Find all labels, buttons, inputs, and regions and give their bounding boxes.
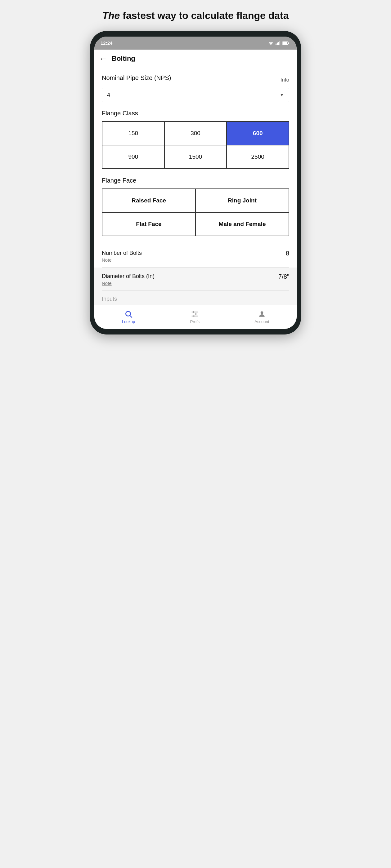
- number-of-bolts-value: 8: [286, 250, 289, 257]
- lookup-icon: [124, 310, 133, 318]
- flange-face-flat[interactable]: Flat Face: [102, 212, 196, 236]
- status-icons: [268, 41, 289, 45]
- results-area: Number of Bolts Note 8: [94, 244, 297, 268]
- nps-dropdown[interactable]: 4 ▼: [102, 88, 289, 102]
- account-tab-label: Account: [254, 319, 269, 324]
- svg-rect-5: [288, 42, 289, 44]
- flange-class-900[interactable]: 900: [102, 145, 165, 168]
- phone-shell: 12:24: [90, 31, 301, 335]
- nps-label: Nominal Pipe Size (NPS): [102, 74, 171, 82]
- svg-point-13: [195, 313, 196, 314]
- nps-section: Nominal Pipe Size (NPS) Info 4 ▼: [102, 74, 289, 102]
- flange-face-grid: Raised Face Ring Joint Flat Face Male an…: [102, 188, 289, 236]
- page-tagline: The fastest way to calculate flange data: [90, 6, 301, 22]
- dropdown-arrow-icon: ▼: [280, 92, 284, 97]
- diameter-of-bolts-value: 7/8": [278, 273, 289, 280]
- nav-tab-account[interactable]: Account: [254, 310, 269, 324]
- diameter-of-bolts-row: Diameter of Bolts (In) Note 7/8": [102, 268, 289, 291]
- flange-class-label: Flange Class: [102, 110, 289, 117]
- phone-screen: 12:24: [94, 37, 297, 329]
- diameter-of-bolts-label: Diameter of Bolts (In): [102, 273, 278, 280]
- flange-face-section: Flange Face Raised Face Ring Joint Flat …: [102, 177, 289, 236]
- flange-class-1500[interactable]: 1500: [165, 145, 227, 168]
- number-of-bolts-note[interactable]: Note: [102, 257, 112, 262]
- flange-class-2500[interactable]: 2500: [226, 145, 289, 168]
- svg-rect-6: [283, 42, 287, 44]
- flange-class-300[interactable]: 300: [165, 122, 227, 145]
- svg-rect-1: [277, 42, 278, 45]
- nps-info-link[interactable]: Info: [281, 77, 289, 83]
- diameter-of-bolts-note[interactable]: Note: [102, 281, 112, 286]
- signal-icon: [276, 41, 281, 45]
- wifi-icon: [268, 41, 274, 45]
- flange-class-600[interactable]: 600: [226, 122, 289, 145]
- svg-point-12: [193, 311, 194, 312]
- prefs-tab-label: Prefs: [190, 319, 199, 324]
- svg-point-15: [260, 311, 263, 314]
- top-nav: ← Bolting: [94, 50, 297, 68]
- svg-point-14: [193, 315, 194, 316]
- content-area: Nominal Pipe Size (NPS) Info 4 ▼ Flange …: [94, 68, 297, 236]
- page-title: Bolting: [112, 55, 135, 63]
- battery-icon: [282, 41, 289, 45]
- flange-face-ring[interactable]: Ring Joint: [196, 189, 289, 212]
- svg-rect-2: [278, 42, 279, 45]
- svg-rect-0: [276, 43, 277, 45]
- flange-class-section: Flange Class 150 300 600 900 1500 2500: [102, 110, 289, 169]
- number-of-bolts-row: Number of Bolts Note 8: [102, 244, 289, 268]
- svg-line-8: [130, 315, 132, 317]
- tagline-italic: The: [102, 10, 120, 21]
- flange-face-male-female[interactable]: Male and Female: [196, 212, 289, 236]
- diameter-row-container: Diameter of Bolts (In) Note 7/8" Inputs: [94, 268, 297, 305]
- status-bar: 12:24: [94, 37, 297, 50]
- nps-selected-value: 4: [107, 92, 110, 98]
- tagline-rest: fastest way to calculate flange data: [120, 10, 288, 21]
- prefs-icon: [191, 310, 199, 318]
- flange-class-grid: 150 300 600 900 1500 2500: [102, 121, 289, 169]
- flange-face-raised[interactable]: Raised Face: [102, 189, 196, 212]
- account-icon: [258, 310, 266, 318]
- status-time: 12:24: [101, 40, 112, 45]
- number-of-bolts-label: Number of Bolts: [102, 250, 286, 256]
- bottom-nav: Lookup Prefs Accou: [94, 306, 297, 329]
- back-button[interactable]: ←: [99, 54, 107, 64]
- svg-rect-3: [279, 41, 280, 45]
- lookup-tab-label: Lookup: [122, 319, 135, 324]
- nav-tab-lookup[interactable]: Lookup: [122, 310, 135, 324]
- inputs-peek: Inputs: [102, 291, 289, 305]
- nav-tab-prefs[interactable]: Prefs: [190, 310, 199, 324]
- flange-class-150[interactable]: 150: [102, 122, 165, 145]
- flange-face-label: Flange Face: [102, 177, 289, 184]
